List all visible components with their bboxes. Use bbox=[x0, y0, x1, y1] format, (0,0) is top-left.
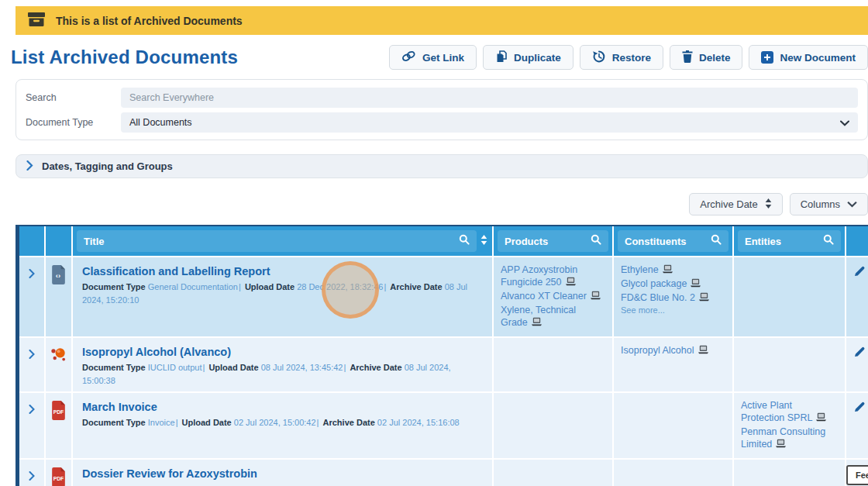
sort-button-label: Archive Date bbox=[700, 198, 757, 210]
chevron-right-icon bbox=[29, 470, 35, 486]
documents-table: Title Products Constituents Enti bbox=[16, 225, 868, 486]
constituents-header-label: Constituents bbox=[625, 236, 711, 247]
search-icon[interactable] bbox=[823, 234, 834, 248]
products-column-header[interactable]: Products bbox=[498, 230, 608, 252]
toolbar: Get Link Duplicate Restore Delete New Do… bbox=[389, 45, 868, 70]
expand-row-button[interactable] bbox=[19, 460, 44, 486]
constituent-link[interactable]: FD&C Blue No. 2 bbox=[621, 291, 725, 304]
document-title-link[interactable]: Isopropyl Alcohol (Alvanco) bbox=[82, 346, 231, 358]
feedback-button[interactable]: Feedback bbox=[846, 465, 868, 485]
entity-link[interactable]: Active Plant Protection SPRL bbox=[741, 399, 838, 424]
info-banner: This is a list of Archived Documents bbox=[16, 6, 868, 35]
entity-link[interactable]: Penman Consulting Limited bbox=[741, 426, 838, 450]
get-link-label: Get Link bbox=[422, 52, 464, 64]
document-meta: Document Type IUCLID output| Upload Date… bbox=[82, 361, 474, 387]
document-title-link[interactable]: March Invoice bbox=[82, 401, 157, 413]
document-title-link[interactable]: Dossier Review for Azoxystrobin bbox=[82, 467, 257, 480]
expand-row-button[interactable] bbox=[19, 257, 44, 336]
edit-pencil-icon[interactable] bbox=[853, 346, 866, 361]
document-type-label: Document Type bbox=[26, 117, 121, 128]
pdf-file-icon: PDF bbox=[46, 393, 71, 458]
title-cell: Classification and Labelling Report Docu… bbox=[73, 257, 492, 336]
document-type-field-row: Document Type All Documents bbox=[26, 112, 858, 133]
list-controls: Archive Date Columns bbox=[16, 193, 868, 215]
edit-pencil-icon[interactable] bbox=[853, 265, 866, 281]
document-title-link[interactable]: Classification and Labelling Report bbox=[82, 265, 270, 277]
edit-pencil-icon[interactable] bbox=[853, 401, 866, 416]
upload-date-label: Upload Date bbox=[245, 282, 294, 291]
see-more-link[interactable]: See more... bbox=[621, 305, 725, 315]
actions-cell bbox=[846, 257, 868, 336]
table-row: ‹› Classification and Labelling Report D… bbox=[19, 257, 868, 336]
laptop-icon bbox=[531, 317, 542, 326]
chevron-right-icon bbox=[29, 348, 35, 391]
restore-button[interactable]: Restore bbox=[580, 45, 663, 70]
molecule-file-icon bbox=[46, 338, 71, 391]
entities-column-header[interactable]: Entities bbox=[738, 230, 841, 252]
link-icon bbox=[401, 50, 416, 64]
chevron-down-icon bbox=[840, 115, 849, 129]
title-cell: March Invoice Document Type Invoice| Upl… bbox=[73, 393, 492, 458]
constituent-link[interactable]: Ethylene bbox=[621, 264, 725, 276]
pdf-file-icon: PDF bbox=[46, 460, 71, 486]
document-meta: Document Type Invoice| Upload Date 02 Ju… bbox=[82, 416, 474, 429]
header-actions-cell bbox=[846, 226, 868, 256]
chevron-right-icon bbox=[29, 267, 35, 336]
laptop-icon bbox=[690, 278, 701, 288]
header-expand-cell bbox=[19, 226, 44, 256]
archived-documents-page: This is a list of Archived Documents Lis… bbox=[0, 0, 868, 486]
header-entities-cell: Entities bbox=[734, 226, 845, 256]
xml-file-icon: ‹› bbox=[46, 257, 71, 336]
search-input[interactable] bbox=[121, 88, 858, 108]
expand-row-button[interactable] bbox=[19, 393, 44, 458]
products-cell bbox=[494, 460, 612, 486]
expand-row-button[interactable] bbox=[19, 338, 44, 391]
search-icon[interactable] bbox=[591, 234, 601, 248]
header-products-cell: Products bbox=[494, 226, 612, 256]
laptop-icon bbox=[662, 264, 673, 274]
entities-header-label: Entities bbox=[745, 236, 823, 247]
table-header: Title Products Constituents Enti bbox=[19, 226, 868, 256]
title-sort-icon[interactable] bbox=[480, 234, 487, 248]
get-link-button[interactable]: Get Link bbox=[389, 45, 477, 70]
duplicate-button[interactable]: Duplicate bbox=[483, 45, 574, 70]
product-link[interactable]: Alvanco XT Cleaner bbox=[501, 290, 605, 302]
svg-text:‹›: ‹› bbox=[56, 272, 60, 280]
document-meta: Document Type General Documentation| Upl… bbox=[82, 281, 474, 306]
banner-text: This is a list of Archived Documents bbox=[56, 15, 243, 27]
page-title: List Archived Documents bbox=[11, 47, 238, 68]
title-column-header[interactable]: Title bbox=[77, 230, 477, 252]
chevron-right-icon bbox=[26, 160, 33, 174]
document-meta: Document Type General Documentation| Upl… bbox=[82, 483, 474, 486]
product-link[interactable]: Xylene, Technical Grade bbox=[501, 304, 605, 329]
table-row: Isopropyl Alcohol (Alvanco) Document Typ… bbox=[19, 338, 868, 391]
delete-button[interactable]: Delete bbox=[670, 45, 743, 70]
constituent-link[interactable]: Isopropyl Alcohol bbox=[621, 344, 725, 357]
product-link[interactable]: APP Azoxystrobin Fungicide 250 bbox=[501, 264, 605, 288]
new-document-button[interactable]: New Document bbox=[749, 45, 868, 70]
table-row: PDF March Invoice Document Type Invoice|… bbox=[19, 393, 868, 458]
constituents-cell: Isopropyl Alcohol bbox=[614, 338, 732, 391]
search-icon[interactable] bbox=[711, 234, 722, 248]
duplicate-icon bbox=[495, 50, 508, 65]
document-type-select[interactable]: All Documents bbox=[121, 112, 858, 133]
sort-by-archive-date-button[interactable]: Archive Date bbox=[689, 193, 782, 215]
doc-type-label: Document Type bbox=[82, 282, 146, 291]
constituents-column-header[interactable]: Constituents bbox=[618, 230, 728, 252]
entities-cell bbox=[734, 460, 845, 486]
doc-type-value[interactable]: General Documentation bbox=[148, 282, 238, 291]
products-header-label: Products bbox=[505, 236, 591, 247]
archive-date-label: Archive Date bbox=[390, 282, 442, 291]
plus-icon bbox=[761, 51, 773, 64]
search-label: Search bbox=[26, 92, 121, 103]
columns-button[interactable]: Columns bbox=[790, 193, 868, 215]
search-icon[interactable] bbox=[459, 234, 470, 248]
header-icon-cell bbox=[46, 226, 71, 256]
upload-date-value: 28 Dec 2022, 18:32:46 bbox=[297, 282, 383, 291]
delete-label: Delete bbox=[699, 52, 731, 64]
constituent-link[interactable]: Glycol package bbox=[621, 277, 725, 290]
filter-panel: Search Document Type All Documents bbox=[16, 79, 868, 140]
svg-text:PDF: PDF bbox=[53, 476, 64, 481]
dates-tagging-groups-toggle[interactable]: Dates, Tagging and Groups bbox=[16, 154, 868, 178]
laptop-icon bbox=[565, 277, 577, 286]
